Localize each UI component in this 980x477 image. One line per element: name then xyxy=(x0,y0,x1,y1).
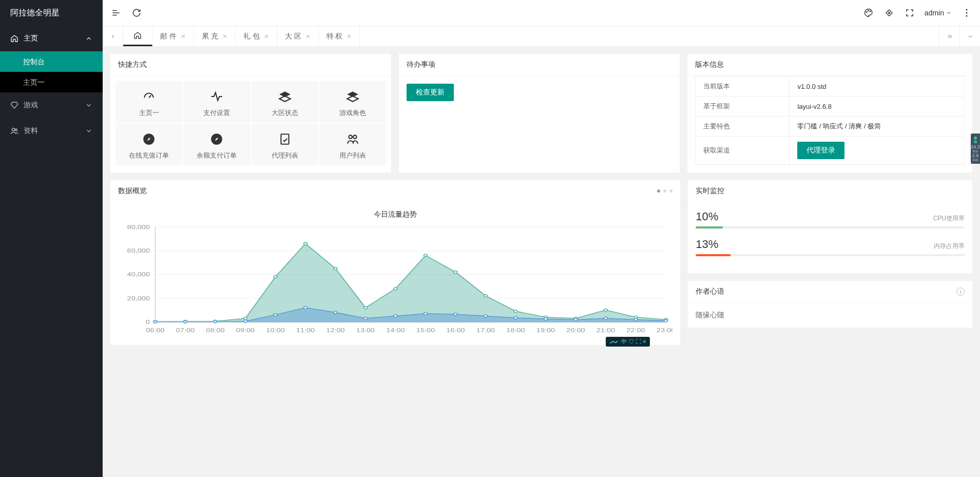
quick-layers[interactable]: 游戏角色 xyxy=(319,81,386,123)
card-title: 版本信息 xyxy=(695,60,724,69)
quick-compass-dark[interactable]: 余额支付订单 xyxy=(183,124,250,165)
svg-point-82 xyxy=(514,316,517,319)
svg-text:20:00: 20:00 xyxy=(566,327,585,334)
home-icon xyxy=(10,34,18,43)
svg-point-73 xyxy=(244,320,247,322)
people-icon xyxy=(319,131,386,147)
upload-speed: 24.2 xyxy=(971,144,980,149)
svg-text:09:00: 09:00 xyxy=(236,327,255,334)
card-version: 版本信息 当前版本v1.0.0 std基于框架layui-v2.6.8主要特色零… xyxy=(687,54,972,173)
card-title: 作者心语 xyxy=(696,287,724,296)
close-icon[interactable]: ✕ xyxy=(347,33,352,40)
tab-label: 礼 包 xyxy=(243,32,260,41)
monitor-label: 内存占用率 xyxy=(934,242,965,251)
card-data-overview: 数据概览 今日流量趋势 020,00040,00060,00080,00006:… xyxy=(110,180,680,345)
chevron-down-icon xyxy=(85,102,92,109)
quick-layers[interactable]: 大区状态 xyxy=(252,81,318,123)
svg-text:23:00: 23:00 xyxy=(657,327,672,334)
sidebar-item-game[interactable]: 游戏 xyxy=(0,92,103,118)
app-title: 阿拉德全明星 xyxy=(0,0,103,26)
version-value: v1.0.0 std xyxy=(790,77,965,97)
tab-home[interactable] xyxy=(123,26,152,46)
close-icon[interactable]: ✕ xyxy=(305,33,311,40)
version-row: 获取渠道代理登录 xyxy=(696,137,965,165)
network-monitor-widget[interactable]: 24.2 K/s 2.9 K/s xyxy=(971,133,980,164)
tab-privilege[interactable]: 特 权✕ xyxy=(319,26,360,46)
version-value: layui-v2.6.8 xyxy=(790,97,965,117)
quick-gauge[interactable]: 主页一 xyxy=(116,81,182,123)
sidebar-subitem-console[interactable]: 控制台 xyxy=(0,51,103,72)
sidebar: 阿拉德全明星 主页 控制台 主页一 游戏 xyxy=(0,0,103,477)
topbar: admin xyxy=(103,0,980,26)
svg-point-62 xyxy=(454,271,457,273)
sidebar-item-label: 游戏 xyxy=(24,101,38,110)
quick-label: 大区状态 xyxy=(252,108,318,118)
more-button[interactable] xyxy=(961,7,972,18)
svg-text:80,000: 80,000 xyxy=(127,224,150,231)
quick-people[interactable]: 用户列表 xyxy=(319,124,386,165)
tab-mail[interactable]: 邮 件✕ xyxy=(152,26,194,46)
quick-doc-edit[interactable]: 代理列表 xyxy=(252,124,318,165)
close-icon[interactable]: ✕ xyxy=(264,33,269,40)
tab-menu-button[interactable] xyxy=(959,26,980,46)
svg-point-67 xyxy=(604,309,608,311)
sidebar-item-profile[interactable]: 资料 xyxy=(0,118,103,144)
svg-point-0 xyxy=(12,128,14,131)
tab-label: 累 充 xyxy=(202,32,218,41)
fullscreen-button[interactable] xyxy=(904,7,915,18)
info-icon[interactable]: i xyxy=(956,288,965,296)
version-value: 零门槛 / 响应式 / 清爽 / 极简 xyxy=(790,117,965,137)
tab-bar: 邮 件✕ 累 充✕ 礼 包✕ 大 区✕ 特 权✕ xyxy=(103,26,980,46)
tab-region[interactable]: 大 区✕ xyxy=(277,26,319,46)
svg-point-1 xyxy=(15,129,17,131)
svg-text:07:00: 07:00 xyxy=(176,327,195,334)
note-button[interactable] xyxy=(883,7,895,18)
close-icon[interactable]: ✕ xyxy=(222,33,227,40)
svg-point-77 xyxy=(364,317,368,320)
tab-leichon[interactable]: 累 充✕ xyxy=(194,26,236,46)
refresh-button[interactable] xyxy=(131,7,142,18)
svg-point-76 xyxy=(334,311,337,314)
carousel-dots[interactable] xyxy=(657,189,672,193)
author-text: 随缘心随 xyxy=(696,311,724,319)
quick-pulse[interactable]: 支付设置 xyxy=(183,81,250,123)
svg-point-8 xyxy=(888,12,890,14)
quick-compass-dark[interactable]: 在线充值订单 xyxy=(116,124,182,165)
svg-text:60,000: 60,000 xyxy=(127,247,150,254)
svg-point-87 xyxy=(664,319,668,322)
sidebar-subitem-home1[interactable]: 主页一 xyxy=(0,72,103,92)
sidebar-item-label: 主页 xyxy=(24,34,38,43)
svg-text:15:00: 15:00 xyxy=(416,327,435,334)
doc-edit-icon xyxy=(252,131,318,147)
sidebar-toggle-button[interactable] xyxy=(110,7,122,18)
sidebar-item-home[interactable]: 主页 xyxy=(0,26,103,51)
theme-button[interactable] xyxy=(863,7,874,18)
agent-login-button[interactable]: 代理登录 xyxy=(797,142,844,159)
upload-unit: K/s xyxy=(971,149,980,153)
card-title: 待办事项 xyxy=(407,60,435,69)
check-update-button[interactable]: 检查更新 xyxy=(407,84,454,101)
ime-indicator[interactable]: 中 ♡ ⛶ ◉ xyxy=(606,337,650,347)
user-menu[interactable]: admin xyxy=(925,9,952,17)
svg-point-60 xyxy=(394,288,397,290)
chevron-up-icon xyxy=(85,35,92,42)
svg-point-80 xyxy=(454,313,457,315)
tab-scroll-left[interactable] xyxy=(103,26,123,46)
svg-point-5 xyxy=(866,12,867,13)
svg-text:0: 0 xyxy=(146,319,150,326)
tab-scroll-right[interactable] xyxy=(939,26,959,46)
svg-point-75 xyxy=(304,307,308,309)
quick-label: 支付设置 xyxy=(183,108,250,118)
svg-text:06:00: 06:00 xyxy=(146,327,164,334)
svg-point-22 xyxy=(349,135,352,139)
tab-label: 邮 件 xyxy=(160,32,177,41)
quick-label: 主页一 xyxy=(116,108,182,118)
monitor-item: 10%CPU使用率 xyxy=(696,210,965,228)
close-icon[interactable]: ✕ xyxy=(181,33,186,40)
svg-text:08:00: 08:00 xyxy=(206,327,224,334)
svg-point-23 xyxy=(353,135,357,139)
quick-label: 代理列表 xyxy=(252,151,318,160)
tab-gift[interactable]: 礼 包✕ xyxy=(236,26,277,46)
progress-bar xyxy=(696,226,965,228)
quick-label: 在线充值订单 xyxy=(116,151,182,160)
